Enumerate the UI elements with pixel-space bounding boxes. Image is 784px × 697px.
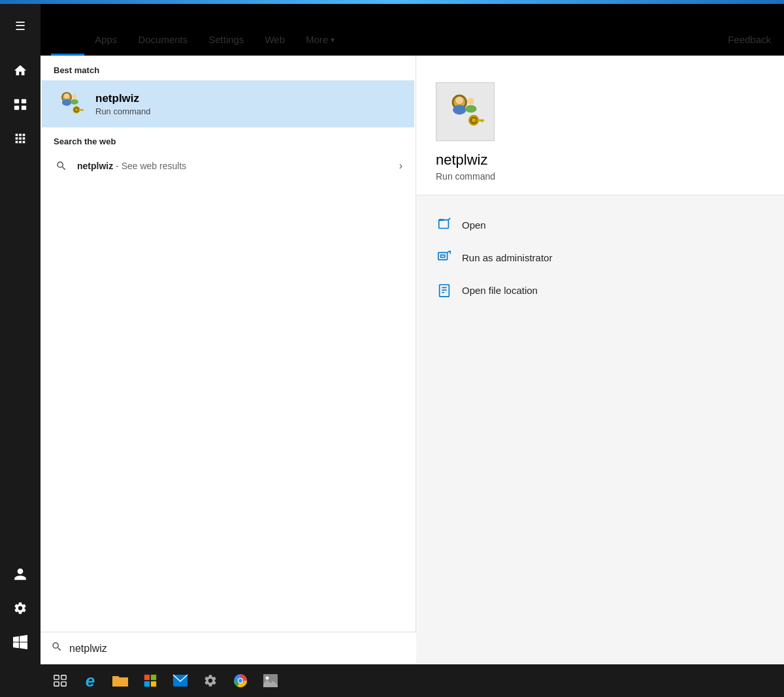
mail-icon[interactable] bbox=[166, 666, 195, 695]
tab-documents[interactable]: Documents bbox=[127, 26, 198, 53]
svg-rect-41 bbox=[151, 675, 156, 680]
svg-point-18 bbox=[453, 105, 466, 115]
svg-rect-37 bbox=[61, 675, 66, 679]
home-icon[interactable] bbox=[5, 55, 36, 86]
settings-taskbar-icon[interactable] bbox=[196, 666, 225, 695]
svg-rect-26 bbox=[439, 220, 449, 229]
svg-line-27 bbox=[448, 218, 450, 220]
svg-point-50 bbox=[266, 677, 269, 680]
result-icon bbox=[55, 88, 86, 120]
apps-grid-icon[interactable] bbox=[5, 123, 36, 154]
preview-app-type: Run command bbox=[436, 171, 495, 182]
svg-rect-13 bbox=[82, 109, 83, 111]
action-file-location[interactable]: Open file location bbox=[423, 274, 777, 306]
file-explorer-icon[interactable] bbox=[106, 666, 135, 695]
action-open[interactable]: Open bbox=[423, 208, 777, 241]
store-icon[interactable] bbox=[136, 666, 165, 695]
best-match-result[interactable]: netplwiz Run command bbox=[42, 80, 414, 127]
task-view-icon[interactable] bbox=[46, 666, 74, 695]
svg-point-19 bbox=[468, 98, 474, 105]
search-magnifier-icon bbox=[54, 158, 69, 174]
action-run-admin[interactable]: Run as administrator bbox=[423, 241, 777, 274]
actions-list: Open Run as administrator bbox=[416, 195, 784, 319]
folder-open-icon bbox=[436, 282, 453, 299]
tab-web[interactable]: Web bbox=[254, 26, 295, 53]
svg-rect-3 bbox=[22, 106, 26, 110]
svg-point-6 bbox=[64, 93, 69, 99]
action-open-label: Open bbox=[462, 219, 486, 231]
action-admin-label: Run as administrator bbox=[462, 252, 552, 263]
web-search-text: netplwiz - See web results bbox=[77, 161, 391, 171]
result-text: netplwiz Run command bbox=[95, 92, 151, 116]
svg-point-17 bbox=[455, 97, 463, 105]
settings-icon[interactable] bbox=[5, 592, 36, 624]
user-icon[interactable] bbox=[5, 559, 36, 590]
svg-rect-28 bbox=[438, 253, 448, 260]
tab-apps[interactable]: Apps bbox=[84, 26, 127, 53]
power-icon[interactable] bbox=[5, 626, 36, 658]
search-bar bbox=[41, 632, 416, 664]
best-match-label: Best match bbox=[41, 56, 416, 80]
tab-all[interactable]: All bbox=[51, 26, 84, 53]
photos-icon[interactable] bbox=[256, 666, 285, 695]
left-panel: Best match bbox=[41, 56, 416, 664]
timeline-icon[interactable] bbox=[5, 89, 36, 120]
open-icon bbox=[436, 216, 453, 233]
search-web-label: Search the web bbox=[41, 127, 416, 152]
feedback-button[interactable]: Feedback bbox=[725, 26, 774, 53]
svg-rect-38 bbox=[54, 682, 59, 686]
svg-rect-29 bbox=[441, 255, 445, 257]
tab-settings[interactable]: Settings bbox=[198, 26, 254, 53]
svg-point-7 bbox=[62, 99, 71, 106]
sidebar: ☰ bbox=[0, 4, 41, 697]
svg-rect-1 bbox=[22, 99, 26, 103]
svg-point-8 bbox=[73, 95, 77, 99]
svg-rect-42 bbox=[144, 681, 150, 687]
main-content: All Apps Documents Settings Web More ▾ F… bbox=[41, 4, 784, 664]
edge-browser-icon[interactable]: e bbox=[76, 666, 105, 695]
hamburger-menu-icon[interactable]: ☰ bbox=[5, 10, 36, 42]
result-type: Run command bbox=[95, 106, 151, 116]
preview-app-icon bbox=[436, 82, 495, 141]
admin-icon bbox=[436, 249, 453, 266]
svg-rect-39 bbox=[61, 682, 66, 686]
result-name: netplwiz bbox=[95, 92, 151, 105]
taskbar: e bbox=[41, 664, 784, 697]
action-file-label: Open file location bbox=[462, 285, 538, 296]
tab-more[interactable]: More ▾ bbox=[295, 26, 345, 53]
svg-rect-40 bbox=[144, 675, 150, 680]
right-panel: netplwiz Run command bbox=[416, 56, 784, 664]
svg-rect-0 bbox=[14, 99, 19, 103]
svg-rect-32 bbox=[440, 285, 449, 297]
app-preview: netplwiz Run command bbox=[416, 56, 784, 195]
web-search-item[interactable]: netplwiz - See web results › bbox=[41, 152, 416, 180]
svg-rect-25 bbox=[480, 120, 482, 122]
preview-app-name: netplwiz bbox=[436, 152, 487, 169]
svg-rect-2 bbox=[14, 106, 19, 110]
search-input[interactable] bbox=[69, 643, 406, 655]
svg-point-9 bbox=[71, 99, 78, 105]
filter-bar: All Apps Documents Settings Web More ▾ F… bbox=[41, 4, 784, 56]
chevron-right-icon: › bbox=[399, 160, 402, 172]
svg-point-48 bbox=[238, 679, 242, 683]
search-bar-icon bbox=[51, 641, 63, 656]
svg-rect-14 bbox=[80, 109, 82, 111]
panel-row: Best match bbox=[41, 56, 784, 664]
svg-rect-36 bbox=[54, 675, 59, 679]
svg-rect-43 bbox=[151, 681, 156, 687]
chrome-icon[interactable] bbox=[226, 666, 255, 695]
svg-rect-24 bbox=[482, 120, 483, 122]
svg-point-20 bbox=[465, 105, 477, 113]
